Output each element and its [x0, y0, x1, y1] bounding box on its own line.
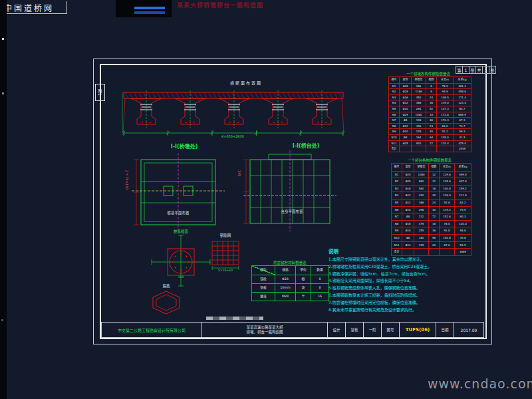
menu-highlight-bar-2[interactable]: [134, 11, 165, 14]
table-cell: 499.5: [455, 171, 471, 178]
strip-mark: [2, 38, 4, 40]
table-cell: Φ12: [402, 192, 414, 199]
table-cell: 119.2: [440, 206, 455, 213]
table-cell: 18: [429, 185, 440, 192]
table-cell: [400, 146, 412, 152]
table-cell: M28: [275, 292, 296, 301]
table-cell: 171.4: [454, 94, 471, 100]
table-cell: N9: [392, 227, 402, 234]
project-line2: 桥墩、桥台一般构造图: [246, 330, 283, 334]
table-cell: Φ8: [402, 234, 414, 241]
table-row: N5Φ1026452137.384.7: [389, 106, 471, 112]
table-cell: 105.6: [440, 178, 455, 185]
table-row: 编号直径单根长根数总长m总重kg: [389, 77, 471, 83]
project-line1: 某某高速公路某某大桥: [246, 325, 283, 330]
table-cell: N5: [392, 199, 402, 206]
table-cell: 67.3: [454, 117, 471, 123]
table-cell: 94.9: [437, 88, 454, 94]
note-line: 2.桥墩墩柱及桩基采用C30混凝土，桥台采用C25混凝土。: [329, 263, 487, 271]
table-cell: 82.2: [455, 199, 471, 206]
table-cell: N7: [392, 213, 402, 220]
anchor-table-title: 防震锚栓材料数量表: [251, 260, 329, 265]
table-cell: 36: [426, 100, 437, 106]
table-cell: N11: [389, 140, 400, 146]
table-cell: 螺母: [252, 292, 275, 301]
table-cell: 180: [414, 234, 429, 241]
table-cell: Φ10: [400, 106, 412, 112]
table-cell: 40: [426, 128, 437, 134]
table-row: N7Φ819886170.367.3: [389, 117, 471, 123]
table-row: N1Φ25108012129.6499.5: [392, 171, 471, 178]
table-cell: [412, 146, 426, 152]
table-cell: 编号: [392, 164, 402, 171]
table-cell: 126.0: [440, 192, 455, 199]
table-cell: N10: [389, 134, 400, 140]
table-cell: N4: [392, 192, 402, 199]
table-cell: 475: [414, 220, 429, 227]
table-row: N2Φ2588012105.6407.0: [392, 178, 471, 185]
table-row: N6Φ1029840119.273.5: [392, 206, 471, 213]
table-row: N3Φ1645224108.5171.4: [389, 94, 471, 100]
table-row: N7Φ821272152.660.3: [392, 213, 471, 220]
table-cell: 78.9: [437, 83, 454, 89]
abutment-plan-dimension: 145: [237, 170, 241, 177]
note-line: 1.本图尺寸除钢筋直径以毫米计外，其余均以厘米计。: [329, 256, 487, 263]
note-line: 3.钢筋净保护层：墩柱5cm，桩基7cm，桥台台身5cm。: [329, 271, 487, 278]
date-label: 日期: [436, 323, 454, 337]
table-cell: N8: [389, 123, 400, 129]
table-cell: 数量: [311, 266, 329, 275]
table-cell: 159.2: [455, 185, 471, 192]
table-cell: Φ25: [400, 112, 412, 118]
table-cell: 16: [311, 292, 329, 301]
table-cell: 根数: [429, 164, 440, 171]
table-cell: 总长m: [437, 77, 454, 83]
table-cell: Φ25: [402, 171, 414, 178]
cross-section-title: 横断面布置图: [209, 80, 283, 86]
table-cell: 编号: [389, 77, 400, 83]
table-cell: 56.3: [454, 128, 471, 134]
table-cell: 根: [296, 275, 311, 283]
table-cell: 8: [426, 83, 437, 89]
table-cell: 298: [414, 206, 429, 213]
table-cell: 76.0: [440, 220, 455, 227]
table-cell: 56: [429, 234, 440, 241]
table-cell: 8: [311, 283, 329, 292]
table-cell: Φ16: [402, 220, 414, 227]
table-cell: 16: [429, 220, 440, 227]
table-cell: 合计: [389, 146, 400, 152]
menu-highlight-bar[interactable]: [134, 7, 165, 9]
table-cell: N1: [389, 83, 400, 89]
bridge-cross-section-drawing: [121, 86, 346, 138]
pile-section-label: 桩基截面: [150, 229, 211, 234]
table-cell: 386: [414, 199, 429, 206]
left-toolbar-strip[interactable]: [0, 0, 7, 399]
table-row: N4Φ1242030126.0111.9: [392, 192, 471, 199]
table-cell: 105.0: [437, 134, 454, 140]
project-title-cell: 某某高速公路某某大桥 桥墩、桥台一般构造图: [201, 323, 327, 337]
table-cell: 84.7: [454, 106, 471, 112]
table-cell: 880: [414, 178, 429, 185]
site-watermark-bottom: www.cndao.com: [428, 376, 532, 391]
table-cell: N3: [392, 185, 402, 192]
table-cell: N6: [392, 206, 402, 213]
table-row: N9Φ102284091.256.3: [389, 128, 471, 134]
note-line: 5.桩基钢筋笼应整体吊装入孔，确保钢筋位置准确。: [329, 285, 487, 292]
table-cell: Φ8: [400, 134, 412, 140]
table-cell: 129.6: [440, 171, 455, 178]
table-row: 螺母M28个16: [252, 292, 329, 301]
table-cell: 部位: [252, 266, 275, 275]
stirrup-label: 箍筋: [149, 283, 184, 289]
table-cell: 264: [412, 106, 426, 112]
table-cell: 12: [429, 178, 440, 185]
stage-label: 一阶: [363, 323, 381, 337]
date-value: 2017.09: [454, 323, 483, 337]
table-cell: 规格: [275, 266, 296, 275]
strip-mark: [2, 92, 4, 94]
table-cell: 总重kg: [454, 77, 471, 83]
anchor-materials-table: 部位规格单位数量锚栓Φ28根8垫板10mm块8螺母M28个16: [251, 265, 329, 301]
table-row: N9Φ102553691.856.6: [392, 227, 471, 234]
table-cell: N1: [392, 171, 402, 178]
rebar-mesh-dimension: 5×10=50: [203, 269, 247, 272]
note-line: 4.钢筋接头采用双面焊接，焊缝长度不小于5d。: [329, 277, 487, 285]
note-line: 7.防震锚栓预埋时应采用定位模板，确保位置准确。: [329, 299, 487, 307]
